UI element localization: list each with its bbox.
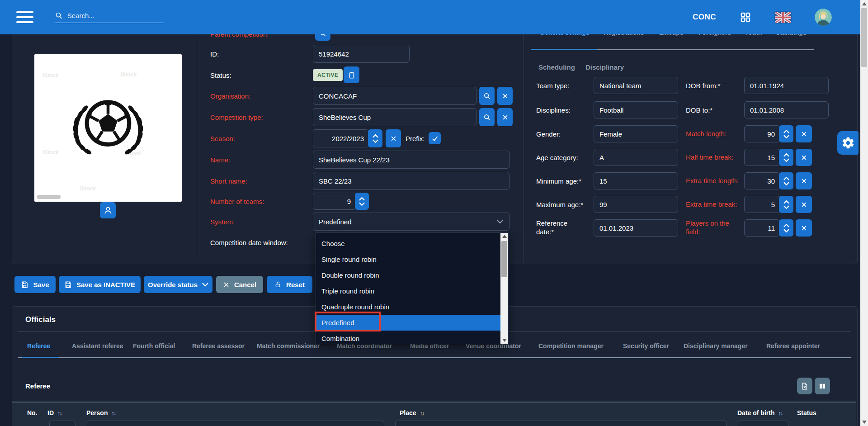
officials-tab-security-officer[interactable]: Security officer	[623, 342, 669, 350]
organisation-clear-button[interactable]	[497, 87, 513, 105]
apps-grid-icon[interactable]	[740, 11, 751, 23]
cancel-button[interactable]: Cancel	[216, 276, 263, 293]
officials-tab-referee-assessor[interactable]: Referee assessor	[192, 342, 245, 350]
column-header-place[interactable]: Place↑↓	[400, 409, 424, 417]
organisation-search-button[interactable]	[479, 87, 495, 105]
person-filter-input[interactable]	[87, 421, 384, 426]
gender-field[interactable]: Female	[594, 125, 678, 142]
officials-tab-disciplinary-manager[interactable]: Disciplinary manager	[684, 342, 748, 350]
close-icon	[801, 225, 807, 232]
competition-type-field[interactable]: SheBelieves Cup	[313, 108, 476, 126]
scroll-down-icon[interactable]	[862, 421, 867, 424]
officials-tab-match-commissioner[interactable]: Match commissioner	[257, 342, 320, 350]
number-of-teams-stepper[interactable]	[355, 193, 369, 210]
dob-to-field[interactable]: 01.01.2008	[744, 101, 829, 118]
user-avatar[interactable]	[815, 9, 832, 26]
extra-time-break-stepper[interactable]	[779, 196, 793, 213]
maximum-age-field[interactable]: 99	[594, 196, 678, 213]
scroll-up-icon[interactable]	[862, 2, 867, 5]
extra-time-break-field[interactable]: 5	[744, 196, 780, 213]
column-header-person[interactable]: Person↑↓	[86, 409, 115, 417]
system-label: System:	[210, 213, 235, 231]
disciplines-field[interactable]: Football	[594, 101, 678, 118]
match-length-clear-button[interactable]	[796, 125, 812, 142]
dropdown-option-double-round-robin[interactable]: Double round robin	[316, 267, 500, 283]
page-scrollbar-thumb[interactable]	[861, 8, 867, 67]
upload-logo-button[interactable]	[100, 202, 116, 218]
export-excel-button[interactable]	[797, 378, 812, 394]
officials-tab-fourth-official[interactable]: Fourth official	[133, 342, 175, 350]
column-header-id[interactable]: ID↑↓	[47, 409, 61, 417]
half-time-break-stepper[interactable]	[779, 149, 793, 166]
number-of-teams-field[interactable]: 9	[313, 193, 356, 210]
status-history-button[interactable]	[344, 66, 359, 83]
match-length-field[interactable]: 90	[744, 125, 780, 142]
dropdown-option-triple-round-robin[interactable]: Triple round robin	[316, 283, 500, 299]
id-filter-input[interactable]	[49, 421, 76, 426]
half-time-break-field[interactable]: 15	[744, 149, 780, 166]
scroll-down-icon[interactable]	[502, 339, 507, 342]
players-on-field-field[interactable]: 11	[744, 219, 780, 237]
dropdown-scrollbar-thumb[interactable]	[501, 241, 507, 277]
season-stepper[interactable]	[368, 129, 382, 147]
sort-icon[interactable]: ↑↓	[420, 410, 424, 417]
name-field[interactable]: SheBelieves Cup 22/23	[313, 151, 509, 169]
search-input[interactable]	[66, 11, 164, 20]
half-time-break-clear-button[interactable]	[796, 149, 812, 166]
sort-icon[interactable]: ↑↓	[57, 410, 61, 417]
officials-tab-referee[interactable]: Referee	[27, 342, 50, 350]
search-icon	[55, 11, 63, 20]
chevron-down-icon	[783, 158, 789, 162]
extra-time-length-field[interactable]: 30	[744, 172, 780, 189]
prefix-checkbox[interactable]	[429, 132, 441, 144]
save-button[interactable]: Save	[14, 276, 56, 293]
override-status-button[interactable]: Override status	[144, 276, 212, 293]
organisation-code[interactable]: CONC	[693, 13, 716, 22]
id-field[interactable]: 51924642	[313, 45, 410, 63]
competition-type-search-button[interactable]	[479, 108, 495, 126]
dropdown-option-single-round-robin[interactable]: Single round robin	[316, 251, 500, 267]
team-type-field[interactable]: National team	[594, 77, 678, 94]
minimum-age-field[interactable]: 15	[594, 172, 678, 189]
hamburger-menu-button[interactable]	[16, 11, 33, 23]
extra-time-length-stepper[interactable]	[779, 172, 793, 189]
save-as-inactive-button[interactable]: Save as INACTIVE	[59, 276, 141, 293]
dropdown-option-combination[interactable]: Combination	[316, 331, 500, 344]
officials-tab-assistant-referee[interactable]: Assistant referee	[72, 342, 123, 350]
place-filter-input[interactable]	[395, 421, 726, 426]
dropdown-option-choose[interactable]: Choose	[316, 236, 500, 251]
gender-label: Gender:	[536, 125, 561, 142]
chevron-down-icon	[783, 135, 789, 138]
players-on-field-clear-button[interactable]	[796, 219, 812, 237]
reset-button[interactable]: Reset	[267, 276, 312, 293]
players-on-field-stepper[interactable]	[779, 219, 793, 237]
dropdown-scrollbar[interactable]	[500, 233, 508, 344]
page-scrollbar[interactable]	[860, 0, 868, 426]
date-of-birth-filter-input[interactable]	[738, 421, 788, 426]
language-flag-uk[interactable]	[775, 12, 791, 23]
columns-toggle-button[interactable]	[815, 378, 830, 394]
age-category-field[interactable]: A	[594, 149, 678, 166]
extra-time-break-clear-button[interactable]	[796, 196, 812, 213]
tab-disciplinary[interactable]: Disciplinary	[585, 63, 624, 71]
match-length-stepper[interactable]	[779, 125, 793, 142]
system-select[interactable]: Predefined	[313, 213, 509, 231]
settings-gear-button[interactable]	[837, 131, 859, 155]
short-name-field[interactable]: SBC 22/23	[313, 172, 509, 190]
extra-time-length-clear-button[interactable]	[796, 172, 812, 189]
column-header-date-of-birth[interactable]: Date of birth↑↓	[737, 409, 782, 417]
sort-icon[interactable]: ↑↓	[111, 410, 115, 417]
system-select-value: Predefined	[319, 218, 352, 226]
season-field[interactable]: 2022/2023	[313, 129, 369, 147]
officials-tab-referee-appointer[interactable]: Referee appointer	[766, 342, 820, 350]
competition-type-clear-button[interactable]	[497, 108, 513, 126]
sort-icon[interactable]: ↑↓	[778, 410, 782, 417]
scroll-up-icon[interactable]	[502, 235, 507, 238]
officials-tab-competition-manager[interactable]: Competition manager	[538, 342, 604, 350]
season-clear-button[interactable]	[386, 129, 401, 147]
dob-from-field[interactable]: 01.01.1924	[744, 77, 829, 94]
reference-date-field[interactable]: 01.01.2023	[594, 219, 678, 237]
chevron-down-icon	[783, 205, 789, 209]
tab-scheduling[interactable]: Scheduling	[538, 63, 575, 71]
organisation-field[interactable]: CONCACAF	[313, 87, 476, 105]
